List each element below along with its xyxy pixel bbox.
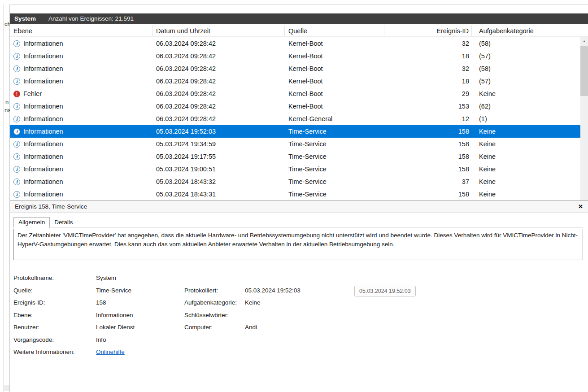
level-text: Informationen	[23, 103, 63, 110]
field-value: Time-Service	[96, 287, 184, 294]
level-text: Informationen	[23, 65, 63, 72]
event-detail-pane: Ereignis 158, Time-Service ✕ Allgemein D…	[10, 200, 588, 392]
console-tree-strip: ch n ns	[0, 0, 10, 392]
cell-category: Keine	[472, 87, 580, 100]
tree-panel-border	[4, 4, 4, 392]
tree-text-fragment[interactable]: n	[5, 99, 9, 105]
table-row[interactable]: Informationen 05.03.2024 19:00:51 Time-S…	[10, 163, 580, 175]
cell-source: Kernel-Boot	[285, 62, 384, 75]
detail-title-bar: Ereignis 158, Time-Service ✕	[10, 201, 588, 213]
field-row: Quelle: Time-Service Protokolliert: 05.0…	[13, 287, 583, 300]
cell-category: (57)	[472, 75, 580, 87]
detail-title: Ereignis 158, Time-Service	[15, 203, 578, 210]
cell-event-id: 18	[384, 50, 472, 62]
info-icon	[13, 78, 20, 85]
cell-event-id: 153	[384, 100, 472, 113]
level-text: Informationen	[23, 78, 63, 85]
cell-datetime: 05.03.2024 19:34:59	[152, 138, 285, 150]
tab-details[interactable]: Details	[50, 218, 77, 228]
cell-source: Time-Service	[285, 188, 384, 199]
cell-category: Keine	[472, 138, 580, 150]
info-icon	[13, 191, 20, 198]
info-icon	[13, 166, 20, 173]
table-row[interactable]: Informationen 06.03.2024 09:28:42 Kernel…	[10, 50, 580, 62]
tree-scrollbar[interactable]	[4, 385, 9, 391]
level-text: Informationen	[23, 52, 63, 60]
info-icon	[13, 128, 20, 135]
scroll-up-icon[interactable]: ▲	[580, 37, 588, 45]
cell-datetime: 06.03.2024 09:28:42	[152, 100, 285, 113]
cell-level: Informationen	[10, 62, 152, 75]
field-label: Vorgangscode:	[13, 336, 96, 343]
table-row[interactable]: Informationen 06.03.2024 09:28:42 Kernel…	[10, 75, 580, 87]
level-text: Informationen	[23, 140, 63, 148]
level-text: Informationen	[23, 128, 63, 135]
cell-source: Time-Service	[285, 125, 384, 138]
tree-text-fragment[interactable]: ns	[4, 107, 10, 113]
cell-datetime: 05.03.2024 19:52:03	[152, 125, 285, 138]
field-row: Vorgangscode: Info	[13, 336, 583, 349]
field-value: Lokaler Dienst	[96, 324, 184, 331]
level-text: Fehler	[23, 90, 42, 97]
cell-event-id: 12	[384, 113, 472, 125]
level-text: Informationen	[23, 153, 63, 160]
field-label: Computer:	[184, 324, 245, 331]
level-text: Informationen	[23, 40, 63, 47]
field-value: Informationen	[96, 312, 184, 318]
cell-event-id: 158	[384, 138, 472, 150]
close-icon[interactable]: ✕	[578, 203, 583, 210]
column-header-datum[interactable]: Datum und Uhrzeit	[152, 26, 285, 36]
cell-datetime: 06.03.2024 09:28:42	[152, 62, 285, 75]
datetime-tooltip: 05.03.2024 19:52:03	[354, 286, 416, 296]
cell-level: Informationen	[10, 113, 152, 125]
tab-allgemein[interactable]: Allgemein	[13, 217, 50, 228]
table-row[interactable]: Informationen 06.03.2024 09:28:42 Kernel…	[10, 62, 580, 75]
column-header-aufgabenkategorie[interactable]: Aufgabenkategorie	[472, 26, 588, 36]
online-help-link[interactable]: Onlinehilfe	[96, 348, 125, 355]
table-row[interactable]: Informationen 05.03.2024 19:17:55 Time-S…	[10, 150, 580, 163]
field-row: Protokollname: System	[13, 274, 583, 287]
field-label: Ebene:	[13, 312, 96, 318]
field-label: Benutzer:	[13, 324, 96, 331]
cell-category: Keine	[472, 175, 580, 188]
error-icon	[13, 91, 20, 97]
cell-level: Informationen	[10, 188, 152, 199]
cell-category: Keine	[472, 188, 580, 199]
column-header-quelle[interactable]: Quelle	[285, 26, 384, 36]
table-header: Ebene Datum und Uhrzeit Quelle Ereignis-…	[10, 26, 588, 37]
field-label: Quelle:	[13, 287, 96, 294]
table-row[interactable]: Informationen 06.03.2024 09:28:42 Kernel…	[10, 113, 580, 125]
table-row[interactable]: Informationen 05.03.2024 18:43:32 Time-S…	[10, 175, 580, 188]
field-label: Ereignis-ID:	[13, 299, 96, 306]
field-value: Andi	[245, 324, 583, 331]
info-icon	[13, 153, 20, 160]
table-row[interactable]: Informationen 05.03.2024 18:43:31 Time-S…	[10, 188, 580, 199]
cell-event-id: 29	[384, 87, 472, 100]
column-header-ereignis-id[interactable]: Ereignis-ID	[384, 26, 472, 36]
cell-level: Informationen	[10, 50, 152, 62]
table-row[interactable]: Informationen 06.03.2024 09:28:42 Kernel…	[10, 37, 580, 50]
table-row[interactable]: Informationen 05.03.2024 19:34:59 Time-S…	[10, 138, 580, 150]
cell-datetime: 06.03.2024 09:28:42	[152, 37, 285, 50]
scrollbar-thumb[interactable]	[580, 46, 588, 96]
tree-text-fragment[interactable]: ch	[4, 21, 10, 27]
cell-category: (58)	[472, 37, 580, 50]
table-row[interactable]: Fehler 06.03.2024 09:28:42 Kernel-Boot 2…	[10, 87, 580, 100]
field-value: System	[96, 274, 184, 281]
cell-category: (58)	[472, 62, 580, 75]
field-label: Aufgabenkategorie:	[184, 299, 245, 306]
cell-category: Keine	[472, 125, 580, 138]
cell-event-id: 158	[384, 163, 472, 175]
info-icon	[13, 179, 20, 185]
cell-source: Kernel-Boot	[285, 100, 384, 113]
column-header-ebene[interactable]: Ebene	[10, 26, 152, 36]
cell-event-id: 37	[384, 175, 472, 188]
info-icon	[13, 103, 20, 110]
cell-source: Time-Service	[285, 150, 384, 163]
cell-level: Fehler	[10, 87, 152, 100]
table-row[interactable]: Informationen 06.03.2024 09:28:42 Kernel…	[10, 100, 580, 113]
cell-datetime: 06.03.2024 09:28:42	[152, 113, 285, 125]
vertical-scrollbar[interactable]: ▲	[580, 37, 588, 200]
cell-event-id: 32	[384, 37, 472, 50]
table-row-selected[interactable]: Informationen 05.03.2024 19:52:03 Time-S…	[10, 125, 580, 138]
